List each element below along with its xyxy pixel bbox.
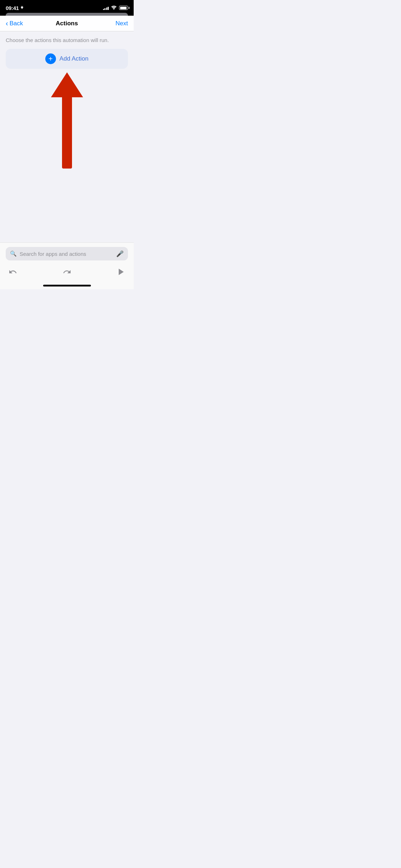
- mic-icon[interactable]: 🎤: [116, 250, 124, 258]
- play-icon: [117, 268, 125, 276]
- nav-bar: ‹ Back Actions Next: [0, 16, 134, 31]
- next-button[interactable]: Next: [115, 20, 128, 27]
- search-container: 🔍 Search for apps and actions 🎤: [0, 243, 134, 263]
- arrow-head: [51, 72, 83, 97]
- undo-icon: [9, 268, 17, 276]
- back-button[interactable]: ‹ Back: [6, 19, 23, 27]
- search-bar[interactable]: 🔍 Search for apps and actions 🎤: [6, 247, 128, 260]
- redo-button[interactable]: [60, 265, 74, 279]
- search-icon: 🔍: [10, 250, 17, 257]
- subtitle-text: Choose the actions this automation will …: [6, 37, 128, 43]
- undo-button[interactable]: [6, 265, 20, 279]
- add-action-button[interactable]: + Add Action: [6, 49, 128, 69]
- battery-icon: [119, 6, 128, 10]
- wifi-icon: [111, 5, 117, 11]
- svg-point-0: [113, 9, 114, 10]
- status-time: 09:41: [6, 5, 24, 11]
- add-action-label: Add Action: [60, 55, 88, 62]
- search-input[interactable]: Search for apps and actions: [20, 251, 113, 257]
- play-button[interactable]: [114, 265, 128, 279]
- add-action-icon: +: [45, 53, 56, 64]
- page-title: Actions: [56, 20, 78, 27]
- svg-marker-1: [119, 269, 124, 275]
- status-icons: [103, 5, 128, 11]
- signal-icon: [103, 6, 109, 10]
- arrow-annotation: [6, 72, 128, 169]
- back-label: Back: [10, 20, 23, 27]
- arrow-shaft: [62, 97, 72, 169]
- toolbar-row: [0, 263, 134, 283]
- sheet-peek: [6, 13, 128, 16]
- back-chevron-icon: ‹: [6, 19, 8, 27]
- redo-icon: [63, 268, 71, 276]
- bottom-area: 🔍 Search for apps and actions 🎤: [0, 242, 134, 289]
- location-icon: [20, 6, 24, 10]
- main-content: Choose the actions this automation will …: [0, 31, 134, 169]
- home-indicator: [43, 285, 91, 286]
